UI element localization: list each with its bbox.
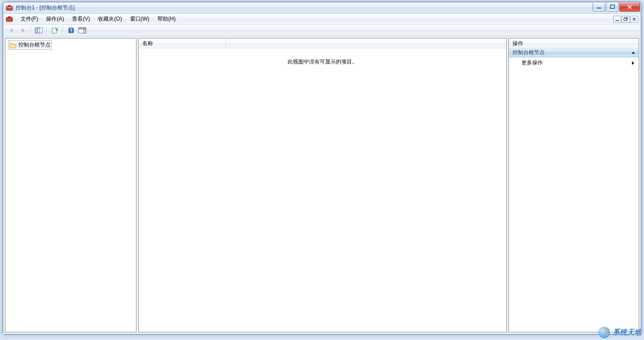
mdi-close-button[interactable]	[630, 16, 638, 23]
mmc-window: 控制台1 - [控制台根节点] 文件(F) 操作(A) 查看(V) 收藏夹(O)…	[3, 2, 641, 335]
svg-rect-4	[610, 5, 614, 8]
watermark-text: 系统天地	[613, 328, 641, 337]
toolbar-separator	[47, 26, 47, 34]
minimize-button[interactable]	[593, 3, 605, 12]
titlebar: 控制台1 - [控制台根节点]	[3, 2, 641, 14]
window-buttons	[593, 3, 640, 12]
empty-list-message: 此视图中没有可显示的项目。	[139, 58, 506, 66]
mdi-restore-button[interactable]	[622, 16, 630, 23]
svg-rect-12	[38, 28, 40, 33]
console-icon	[6, 16, 13, 23]
svg-rect-3	[597, 8, 601, 8]
nav-forward-button[interactable]	[18, 26, 28, 35]
actions-section-header[interactable]: 控制台根节点	[509, 48, 639, 57]
svg-rect-9	[624, 18, 627, 21]
menu-window[interactable]: 窗口(W)	[126, 14, 153, 24]
close-button[interactable]	[619, 3, 640, 12]
menu-action[interactable]: 操作(A)	[42, 14, 68, 24]
column-spacer	[226, 38, 506, 48]
list-body: 此视图中没有可显示的项目。	[139, 48, 506, 332]
tree-root-node[interactable]: 控制台根节点	[8, 40, 52, 50]
globe-icon	[598, 327, 610, 338]
svg-rect-11	[35, 28, 38, 33]
list-header: 名称	[139, 38, 506, 48]
nav-back-button[interactable]	[7, 26, 17, 35]
tree-body: 控制台根节点	[5, 38, 136, 332]
collapse-icon	[631, 51, 635, 54]
tree-pane: 控制台根节点	[5, 38, 136, 332]
mdi-controls	[613, 16, 638, 23]
show-hide-action-pane-button[interactable]	[77, 26, 87, 35]
svg-rect-1	[7, 7, 12, 8]
watermark: 系统天地	[598, 327, 641, 338]
tree-root-label: 控制台根节点	[18, 41, 51, 49]
svg-rect-6	[8, 17, 11, 18]
toolbar: ?	[4, 25, 640, 36]
menu-view[interactable]: 查看(V)	[68, 14, 94, 24]
list-pane: 名称 此视图中没有可显示的项目。	[138, 38, 507, 332]
submenu-arrow-icon	[632, 61, 634, 65]
actions-pane-title: 操作	[509, 38, 639, 48]
mdi-minimize-button[interactable]	[613, 16, 621, 23]
maximize-button[interactable]	[606, 3, 619, 12]
svg-text:?: ?	[70, 28, 72, 33]
show-hide-tree-button[interactable]	[34, 26, 44, 35]
folder-icon	[9, 42, 17, 48]
action-more-actions[interactable]: 更多操作	[509, 57, 639, 68]
svg-rect-13	[52, 28, 56, 33]
toolbar-separator	[30, 26, 31, 34]
actions-section-title: 控制台根节点	[513, 49, 545, 56]
actions-pane: 操作 控制台根节点 更多操作	[508, 38, 639, 332]
toolbar-separator	[63, 26, 64, 34]
svg-rect-18	[79, 28, 86, 29]
svg-rect-2	[8, 5, 11, 7]
menu-file[interactable]: 文件(F)	[17, 14, 42, 24]
svg-rect-7	[615, 20, 619, 21]
menubar: 文件(F) 操作(A) 查看(V) 收藏夹(O) 窗口(W) 帮助(H)	[4, 14, 640, 25]
app-icon	[6, 4, 13, 12]
client-area: 控制台根节点 名称 此视图中没有可显示的项目。 操作 控制台根节点 更多操作	[3, 36, 641, 334]
action-more-actions-label: 更多操作	[521, 59, 543, 67]
export-list-button[interactable]	[50, 26, 60, 35]
window-title: 控制台1 - [控制台根节点]	[16, 4, 593, 12]
menu-help[interactable]: 帮助(H)	[153, 14, 180, 24]
column-name[interactable]: 名称	[139, 38, 226, 48]
help-button[interactable]: ?	[66, 26, 76, 35]
menu-favorites[interactable]: 收藏夹(O)	[94, 14, 126, 24]
